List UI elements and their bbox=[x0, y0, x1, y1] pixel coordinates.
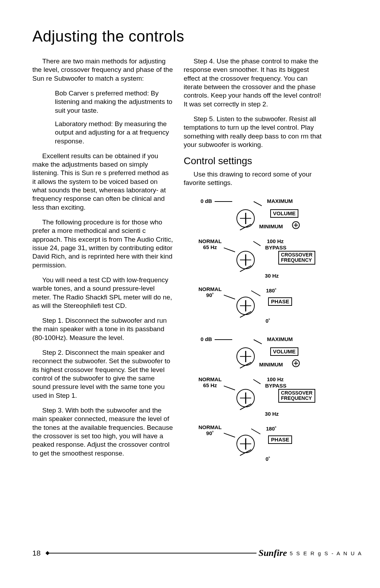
volume-dial: 0 dB MAXIMUM VOLUME MINIMUM bbox=[184, 334, 324, 376]
left-column: There are two main methods for adjust­in… bbox=[32, 57, 173, 472]
knob-icon bbox=[236, 251, 255, 269]
box-crossover: CROSSOVERFREQUENCY bbox=[278, 389, 315, 403]
box-volume: VOLUME bbox=[270, 347, 298, 356]
label-0deg: 0˚ bbox=[266, 456, 270, 462]
label-bypass: BYPASS bbox=[265, 245, 286, 250]
volume-dial: 0 dB MAXIMUM VOLUME MINIMUM bbox=[184, 196, 324, 238]
section-heading: Control settings bbox=[184, 155, 324, 167]
label-180: 180˚ bbox=[266, 426, 277, 432]
step-paragraph: Step 5. Listen to the subwoofer. Resist … bbox=[184, 115, 324, 149]
box-volume: VOLUME bbox=[270, 209, 298, 218]
box-phase: PHASE bbox=[268, 435, 292, 444]
step-paragraph: Step 4. Use the phase control to make th… bbox=[184, 57, 324, 109]
box-crossover: CROSSOVERFREQUENCY bbox=[278, 251, 315, 265]
brand-logo: Sunfire bbox=[259, 548, 287, 558]
label-min: MINIMUM bbox=[259, 361, 283, 367]
screw-icon bbox=[292, 359, 300, 367]
footer-text: 5 S E R g S - A N U A bbox=[290, 550, 362, 556]
label-normal90: NORMAL90˚ bbox=[198, 424, 222, 436]
intro-paragraph: There are two main methods for adjust­in… bbox=[32, 57, 173, 83]
page-number: 18 bbox=[32, 549, 40, 557]
label-100hz: 100 Hz bbox=[267, 376, 284, 382]
label-30hz: 30 Hz bbox=[265, 273, 279, 279]
paragraph: The following procedure is for those who… bbox=[32, 218, 173, 270]
label-normal90: NORMAL90˚ bbox=[198, 286, 222, 298]
label-30hz: 30 Hz bbox=[265, 411, 279, 417]
label-bypass: BYPASS bbox=[265, 383, 286, 389]
knob-icon bbox=[236, 297, 255, 315]
knob-icon bbox=[236, 435, 255, 453]
label-max: MAXIMUM bbox=[267, 198, 293, 204]
label-max: MAXIMUM bbox=[267, 336, 293, 342]
paragraph: Excellent results can be obtained if you… bbox=[32, 152, 173, 212]
label-0deg: 0˚ bbox=[266, 318, 270, 324]
dial-set-1: 0 dB MAXIMUM VOLUME MINIMUM NORMAL65 Hz … bbox=[184, 196, 324, 331]
method-item: Bob Carver s preferred method: By listen… bbox=[55, 89, 173, 115]
method-list: Bob Carver s preferred method: By listen… bbox=[55, 89, 173, 146]
label-0db: 0 dB bbox=[201, 198, 212, 204]
footer-rule bbox=[46, 553, 256, 553]
knob-icon bbox=[236, 389, 255, 407]
step-paragraph: Step 1. Disconnect the subwoofer and run… bbox=[32, 316, 173, 342]
crossover-dial: NORMAL65 Hz 100 Hz BYPASS CROSSOVERFREQU… bbox=[184, 376, 324, 424]
right-column: Step 4. Use the phase control to make th… bbox=[184, 57, 324, 472]
knob-icon bbox=[236, 209, 255, 228]
screw-icon bbox=[292, 221, 300, 229]
method-item: Laboratory method: By measuring the outp… bbox=[55, 120, 173, 146]
dial-diagram: 0 dB MAXIMUM VOLUME MINIMUM NORMAL65 Hz … bbox=[184, 196, 324, 469]
label-min: MINIMUM bbox=[259, 223, 283, 229]
step-paragraph: Step 3. With both the subwoofer and the … bbox=[32, 406, 173, 458]
page-title: Adjusting the controls bbox=[32, 27, 355, 45]
paragraph: You will need a test CD with low-fre­que… bbox=[32, 276, 173, 310]
crossover-dial: NORMAL65 Hz 100 Hz BYPASS CROSSOVERFREQU… bbox=[184, 238, 324, 286]
section-caption: Use this drawing to record some of your … bbox=[184, 170, 324, 187]
step-paragraph: Step 2. Disconnect the main speaker and … bbox=[32, 348, 173, 400]
label-normal: NORMAL65 Hz bbox=[198, 376, 222, 388]
content-columns: There are two main methods for adjust­in… bbox=[32, 57, 355, 472]
page-footer: 18 Sunfire 5 S E R g S - A N U A bbox=[32, 548, 362, 558]
phase-dial: NORMAL90˚ 180˚ PHASE 0˚ bbox=[184, 286, 324, 331]
box-phase: PHASE bbox=[268, 297, 292, 306]
knob-icon bbox=[236, 347, 255, 366]
label-0db: 0 dB bbox=[201, 336, 212, 342]
label-normal: NORMAL65 Hz bbox=[198, 238, 222, 250]
phase-dial: NORMAL90˚ 180˚ PHASE 0˚ bbox=[184, 424, 324, 469]
label-100hz: 100 Hz bbox=[267, 238, 284, 244]
dial-set-2: 0 dB MAXIMUM VOLUME MINIMUM NORMAL65 Hz … bbox=[184, 334, 324, 469]
label-180: 180˚ bbox=[266, 287, 277, 293]
